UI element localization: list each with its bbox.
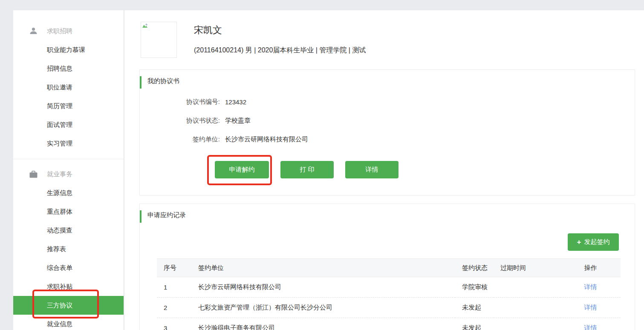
row-detail-link[interactable]: 详情 xyxy=(584,283,597,290)
table-row: 3 长沙瀚得电子商务有限公司 未发起 详情 xyxy=(157,318,621,330)
sidebar-item-tripartite-agreement[interactable]: 三方协议 xyxy=(13,296,124,315)
terminate-button[interactable]: 申请解约 xyxy=(215,161,269,178)
row-detail-link[interactable]: 详情 xyxy=(584,304,597,311)
cell-expire xyxy=(494,277,560,298)
user-icon xyxy=(29,27,38,35)
cell-company: 长沙市云研网络科技有限公司 xyxy=(191,277,455,298)
cell-status: 学院审核 xyxy=(455,277,494,298)
print-button[interactable]: 打 印 xyxy=(280,161,334,178)
my-agreement-card: 我的协议书 协议书编号: 123432 协议书状态: 学校盖章 签约单位: 长沙… xyxy=(139,69,635,195)
agreement-buttons: 申请解约 打 印 详情 xyxy=(215,161,635,178)
cell-expire xyxy=(494,318,560,330)
field-row-status: 协议书状态: 学校盖章 xyxy=(140,111,635,130)
sidebar-item-student-source[interactable]: 生源信息 xyxy=(13,184,124,202)
records-title: 申请应约记录 xyxy=(147,211,186,218)
col-header-no: 序号 xyxy=(157,259,191,277)
agreement-company-label: 签约单位: xyxy=(140,135,220,143)
detail-button[interactable]: 详情 xyxy=(345,161,399,178)
col-header-status: 签约状态 xyxy=(455,259,494,277)
cell-no: 1 xyxy=(157,277,191,298)
cell-company: 长沙瀚得电子商务有限公司 xyxy=(191,318,455,330)
sidebar-item-forms[interactable]: 综合表单 xyxy=(13,258,124,277)
sidebar-item-dynamic-survey[interactable]: 动态摸查 xyxy=(13,221,124,240)
records-table: 序号 签约单位 签约状态 过期时间 操作 1 长沙市云研网络科技有限公司 学院审… xyxy=(157,258,621,330)
sidebar-section-employment: 就业事务 xyxy=(13,165,124,184)
sidebar-item-position-invite[interactable]: 职位邀请 xyxy=(13,78,124,97)
sidebar-item-recruit-info[interactable]: 招聘信息 xyxy=(13,59,124,78)
sidebar-section-label: 求职招聘 xyxy=(47,27,72,35)
sidebar: 求职招聘 职业能力慕课 招聘信息 职位邀请 简历管理 面试管理 实习管理 就业事… xyxy=(13,10,124,330)
agreement-status-value: 学校盖章 xyxy=(225,117,251,125)
sidebar-divider xyxy=(13,159,124,159)
cell-company: 七彩文旅资产管理（浙江）有限公司长沙分公司 xyxy=(191,298,455,318)
application-records-card: 申请应约记录 + 发起签约 序号 签约单位 签约状态 过期时间 操作 xyxy=(139,204,635,330)
cell-expire xyxy=(494,298,560,318)
broken-image-icon xyxy=(142,23,148,29)
table-row: 2 七彩文旅资产管理（浙江）有限公司长沙分公司 未发起 详情 xyxy=(157,298,621,318)
sidebar-item-employment-info[interactable]: 就业信息 xyxy=(13,315,124,330)
sidebar-item-interview[interactable]: 面试管理 xyxy=(13,115,124,134)
my-agreement-title: 我的协议书 xyxy=(147,77,179,84)
col-header-expire: 过期时间 xyxy=(494,259,560,277)
sidebar-item-resume[interactable]: 简历管理 xyxy=(13,97,124,115)
table-row: 1 长沙市云研网络科技有限公司 学院审核 详情 xyxy=(157,277,621,298)
title-accent-bar xyxy=(140,210,142,223)
sidebar-section-jobsearch: 求职招聘 xyxy=(13,22,124,40)
cell-no: 3 xyxy=(157,318,191,330)
table-header-row: 序号 签约单位 签约状态 过期时间 操作 xyxy=(157,259,621,277)
title-accent-bar xyxy=(140,76,142,89)
card-title-row: 申请应约记录 xyxy=(140,204,635,220)
sidebar-section-label: 就业事务 xyxy=(47,170,72,178)
sidebar-item-mooc[interactable]: 职业能力慕课 xyxy=(13,40,124,59)
field-row-company: 签约单位: 长沙市云研网络科技有限公司 xyxy=(140,130,635,149)
agreement-status-label: 协议书状态: xyxy=(140,117,220,125)
cell-status: 未发起 xyxy=(455,298,494,318)
student-info: (201164100214) 男 | 2020届本科生毕业 | 管理学院 | 测… xyxy=(194,46,366,55)
card-title-row: 我的协议书 xyxy=(140,70,635,86)
sidebar-menu: 求职招聘 职业能力慕课 招聘信息 职位邀请 简历管理 面试管理 实习管理 就业事… xyxy=(13,10,124,330)
sidebar-item-subsidy[interactable]: 求职补贴 xyxy=(13,277,124,296)
main-panel: 宋凯文 (201164100214) 男 | 2020届本科生毕业 | 管理学院… xyxy=(124,10,644,330)
new-sign-label: 发起签约 xyxy=(584,238,609,246)
avatar xyxy=(141,22,177,58)
sidebar-item-key-groups[interactable]: 重点群体 xyxy=(13,202,124,221)
agreement-number-label: 协议书编号: xyxy=(140,98,220,106)
sidebar-item-recommendation[interactable]: 推荐表 xyxy=(13,240,124,258)
field-row-number: 协议书编号: 123432 xyxy=(140,92,635,111)
student-name: 宋凯文 xyxy=(194,24,222,37)
agreement-company-value: 长沙市云研网络科技有限公司 xyxy=(225,135,308,143)
agreement-number-value: 123432 xyxy=(225,98,246,106)
briefcase-icon xyxy=(29,170,38,178)
page: { "colors": { "accent_green": "#4cae50",… xyxy=(0,0,644,330)
agreement-fields: 协议书编号: 123432 协议书状态: 学校盖章 签约单位: 长沙市云研网络科… xyxy=(140,92,635,149)
col-header-company: 签约单位 xyxy=(191,259,455,277)
row-detail-link[interactable]: 详情 xyxy=(584,324,597,330)
sidebar-item-internship[interactable]: 实习管理 xyxy=(13,134,124,153)
cell-no: 2 xyxy=(157,298,191,318)
new-sign-button[interactable]: + 发起签约 xyxy=(568,233,619,251)
col-header-action: 操作 xyxy=(560,259,621,277)
plus-icon: + xyxy=(577,238,581,246)
cell-status: 未发起 xyxy=(455,318,494,330)
